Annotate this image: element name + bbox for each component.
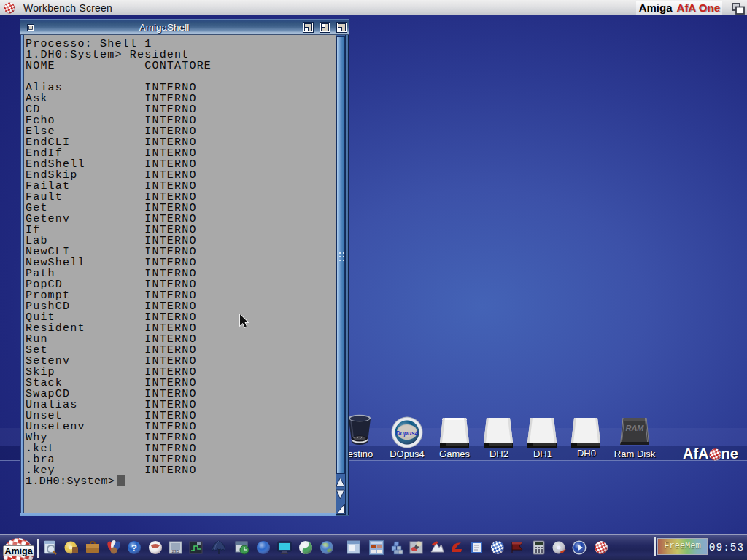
svg-text:RAM: RAM [625,424,644,432]
svg-text:235: 235 [171,549,179,553]
svg-text:Dopus4: Dopus4 [395,429,418,437]
svg-text:?: ? [131,542,137,553]
